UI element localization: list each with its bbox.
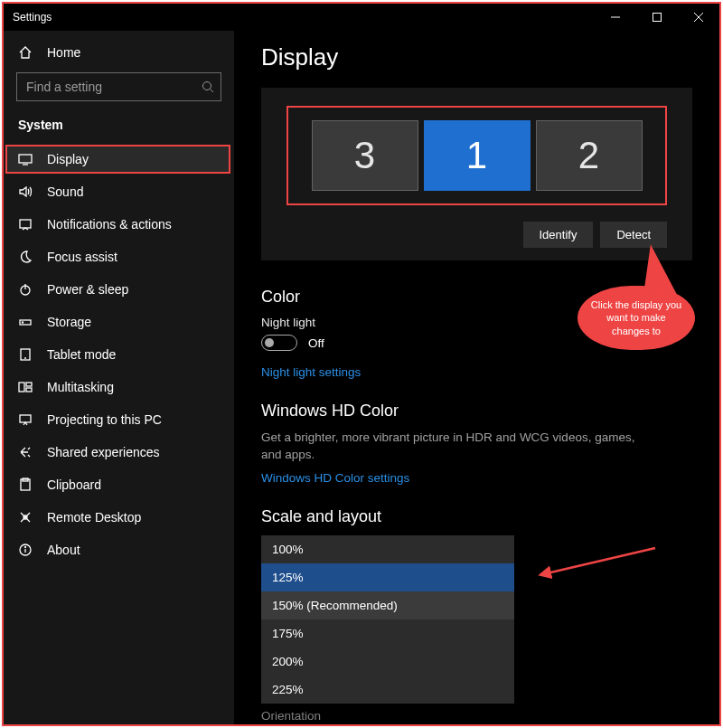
callout-text: Click the display you want to make chang… [588, 298, 684, 337]
night-light-settings-link[interactable]: Night light settings [261, 365, 361, 379]
scale-option-100[interactable]: 100% [261, 535, 514, 563]
sidebar-item-focus-assist[interactable]: Focus assist [4, 241, 234, 273]
page-title: Display [261, 43, 692, 71]
sidebar-item-label: Projecting to this PC [47, 412, 162, 427]
sidebar-category: System [4, 110, 234, 141]
sidebar-item-projecting[interactable]: Projecting to this PC [4, 403, 234, 436]
scale-dropdown[interactable]: 100% 125% 150% (Recommended) 175% 200% 2… [261, 535, 514, 704]
scale-dropdown-area: ems 100% 125% 150% (Recommended) 175% 20… [261, 535, 692, 724]
info-icon [18, 543, 33, 557]
moon-icon [18, 250, 33, 264]
sidebar-item-label: Tablet mode [47, 347, 116, 362]
sidebar-nav: Display Sound Notifications & actions Fo… [4, 145, 234, 566]
monitor-2[interactable]: 2 [536, 120, 643, 191]
sidebar-item-label: Multitasking [47, 380, 114, 394]
sidebar-item-label: Notifications & actions [47, 217, 172, 232]
hd-color-settings-link[interactable]: Windows HD Color settings [261, 471, 409, 485]
sidebar-item-about[interactable]: About [4, 534, 234, 566]
power-icon [18, 282, 33, 297]
settings-window: Settings Home System Display [2, 2, 721, 726]
svg-rect-17 [26, 388, 32, 392]
minimize-button[interactable] [595, 4, 636, 31]
display-arrangement: 3 1 2 [286, 106, 667, 205]
display-actions: Identify Detect [286, 222, 667, 248]
identify-button[interactable]: Identify [523, 222, 594, 248]
home-icon [18, 45, 33, 60]
sidebar-item-shared[interactable]: Shared experiences [4, 436, 234, 468]
orientation-label: Orientation [261, 709, 692, 723]
sidebar-item-tablet[interactable]: Tablet mode [4, 338, 234, 371]
notifications-icon [18, 217, 33, 232]
titlebar: Settings [4, 4, 719, 31]
sidebar-item-label: Shared experiences [47, 445, 160, 459]
sidebar-item-label: Power & sleep [47, 282, 128, 297]
sidebar-item-display[interactable]: Display [5, 145, 230, 174]
window-controls [595, 4, 719, 31]
svg-rect-6 [19, 155, 32, 163]
sidebar-item-sound[interactable]: Sound [4, 175, 234, 208]
svg-rect-18 [20, 415, 31, 422]
sidebar-item-label: Clipboard [47, 477, 101, 492]
display-icon [18, 152, 33, 166]
svg-line-5 [211, 90, 214, 93]
projecting-icon [18, 412, 33, 427]
sidebar-item-label: Sound [47, 184, 83, 199]
sidebar: Home System Display Sound [4, 31, 234, 724]
scale-heading: Scale and layout [261, 507, 692, 526]
search-icon [202, 80, 214, 93]
window-title: Settings [13, 11, 595, 24]
sidebar-item-label: About [47, 543, 80, 557]
main-panel: Display 3 1 2 Identify Detect Color Nigh… [234, 31, 719, 724]
night-light-toggle[interactable] [261, 335, 297, 351]
svg-point-24 [25, 547, 26, 548]
night-light-state: Off [308, 336, 324, 350]
sidebar-item-power[interactable]: Power & sleep [4, 273, 234, 306]
remote-icon [18, 510, 33, 525]
storage-icon [18, 315, 33, 329]
scale-option-175[interactable]: 175% [261, 619, 514, 648]
multitasking-icon [18, 380, 33, 394]
detect-button[interactable]: Detect [600, 222, 667, 248]
scale-option-125[interactable]: 125% [261, 563, 514, 591]
scale-option-150[interactable]: 150% (Recommended) [261, 591, 514, 619]
home-link[interactable]: Home [4, 38, 234, 67]
sound-icon [18, 184, 33, 199]
content-area: Home System Display Sound [4, 31, 719, 724]
close-button[interactable] [678, 4, 719, 31]
monitor-1[interactable]: 1 [424, 120, 531, 191]
svg-rect-15 [19, 383, 24, 392]
search-input[interactable] [16, 72, 221, 101]
sidebar-item-multitasking[interactable]: Multitasking [4, 371, 234, 403]
scale-option-200[interactable]: 200% [261, 648, 514, 676]
search-container [4, 67, 234, 110]
sidebar-item-clipboard[interactable]: Clipboard [4, 468, 234, 501]
display-arrangement-panel: 3 1 2 Identify Detect [261, 88, 692, 260]
sidebar-item-storage[interactable]: Storage [4, 306, 234, 338]
svg-point-4 [203, 82, 211, 90]
monitor-3[interactable]: 3 [312, 120, 418, 191]
svg-point-12 [22, 322, 23, 323]
hd-color-desc: Get a brighter, more vibrant picture in … [261, 430, 641, 464]
sidebar-item-label: Focus assist [47, 250, 117, 264]
shared-icon [18, 445, 33, 459]
tablet-icon [18, 347, 33, 362]
sidebar-item-remote[interactable]: Remote Desktop [4, 501, 234, 534]
sidebar-item-label: Display [47, 152, 89, 166]
clipboard-icon [18, 477, 33, 492]
scale-option-225[interactable]: 225% [261, 676, 514, 704]
home-label: Home [47, 45, 80, 60]
svg-rect-1 [653, 14, 662, 22]
svg-rect-8 [20, 220, 31, 228]
sidebar-item-label: Storage [47, 315, 91, 329]
maximize-button[interactable] [636, 4, 678, 31]
sidebar-item-notifications[interactable]: Notifications & actions [4, 208, 234, 241]
sidebar-item-label: Remote Desktop [47, 510, 141, 525]
annotation-callout: Click the display you want to make chang… [577, 286, 695, 350]
hd-color-heading: Windows HD Color [261, 402, 692, 421]
svg-rect-16 [26, 383, 32, 386]
